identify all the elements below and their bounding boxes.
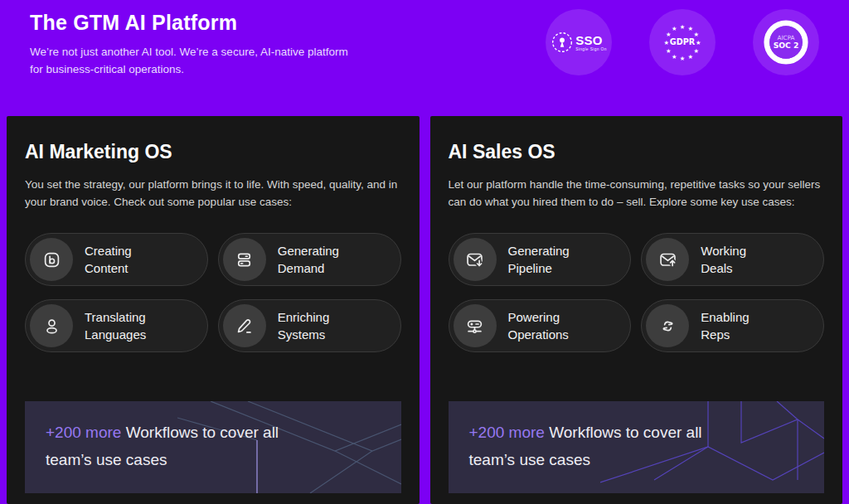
svg-text:★: ★	[666, 47, 672, 55]
pill-working-deals[interactable]: Working Deals	[641, 233, 824, 286]
sso-lock-icon	[551, 31, 574, 54]
pill-generating-demand[interactable]: Generating Demand	[218, 233, 401, 286]
gdpr-badge: ★★★ ★★★ ★★★ ★★★ GDPR	[649, 9, 716, 75]
pill-enriching-systems[interactable]: Enriching Systems	[218, 299, 401, 352]
page-header: The GTM AI Platform We’re not just anoth…	[0, 0, 849, 116]
pill-translating-languages[interactable]: Translating Languages	[25, 299, 208, 352]
svg-text:★: ★	[696, 39, 701, 46]
svg-text:★: ★	[672, 53, 677, 61]
layers-icon	[223, 238, 266, 281]
person-icon	[30, 304, 73, 347]
card-description: Let our platform handle the time-consumi…	[449, 176, 825, 211]
workflows-banner: +200 more Workflows to cover all team’s …	[25, 401, 401, 493]
workflows-banner: +200 more Workflows to cover all team’s …	[449, 401, 825, 493]
page-title: The GTM AI Platform	[30, 11, 237, 35]
svg-text:★: ★	[672, 25, 677, 32]
card-sales-os: AI Sales OS Let our platform handle the …	[430, 116, 843, 504]
sso-label: SSO	[575, 34, 603, 46]
svg-text:★: ★	[663, 39, 669, 46]
pencil-icon	[223, 304, 266, 347]
cards-row: AI Marketing OS You set the strategy, ou…	[7, 116, 842, 504]
pill-generating-pipeline[interactable]: Generating Pipeline	[449, 233, 632, 286]
svg-text:★: ★	[680, 23, 686, 31]
sso-badge: SSO Single Sign On	[546, 9, 612, 75]
sso-sublabel: Single Sign On	[575, 47, 607, 51]
use-case-grid: Creating Content Generating Demand	[25, 233, 401, 352]
svg-text:★: ★	[687, 53, 693, 61]
gdpr-label: GDPR	[670, 37, 696, 46]
banner-highlight: +200 more	[469, 424, 545, 441]
use-case-grid: Generating Pipeline Working Deals	[449, 233, 825, 352]
card-title: AI Sales OS	[449, 141, 825, 163]
soc2-label: SOC 2	[774, 41, 799, 50]
svg-text:★: ★	[687, 25, 693, 32]
pill-powering-operations[interactable]: Powering Operations	[449, 299, 632, 352]
svg-text:★: ★	[680, 55, 686, 62]
mail-up-icon	[646, 238, 689, 281]
card-description: You set the strategy, our platform bring…	[25, 176, 401, 211]
trust-badges: SSO Single Sign On ★★★ ★★★ ★★★ ★★★ GDPR	[546, 9, 819, 75]
server-icon	[454, 304, 497, 347]
pill-enabling-reps[interactable]: Enabling Reps	[641, 299, 824, 352]
card-marketing-os: AI Marketing OS You set the strategy, ou…	[7, 116, 420, 504]
banner-highlight: +200 more	[46, 424, 121, 441]
pill-creating-content[interactable]: Creating Content	[25, 233, 208, 286]
soc2-badge: AICPA SOC 2	[753, 9, 819, 75]
hands-icon	[646, 304, 689, 347]
gdpr-stars-icon: ★★★ ★★★ ★★★ ★★★ GDPR	[658, 18, 706, 66]
mail-down-icon	[454, 238, 497, 281]
blog-icon	[30, 238, 73, 281]
svg-text:★: ★	[693, 47, 699, 55]
soc2-seal-icon: AICPA SOC 2	[762, 18, 810, 66]
card-title: AI Marketing OS	[25, 141, 401, 163]
page-subtitle: We’re not just another AI tool. We’re a …	[30, 43, 355, 78]
